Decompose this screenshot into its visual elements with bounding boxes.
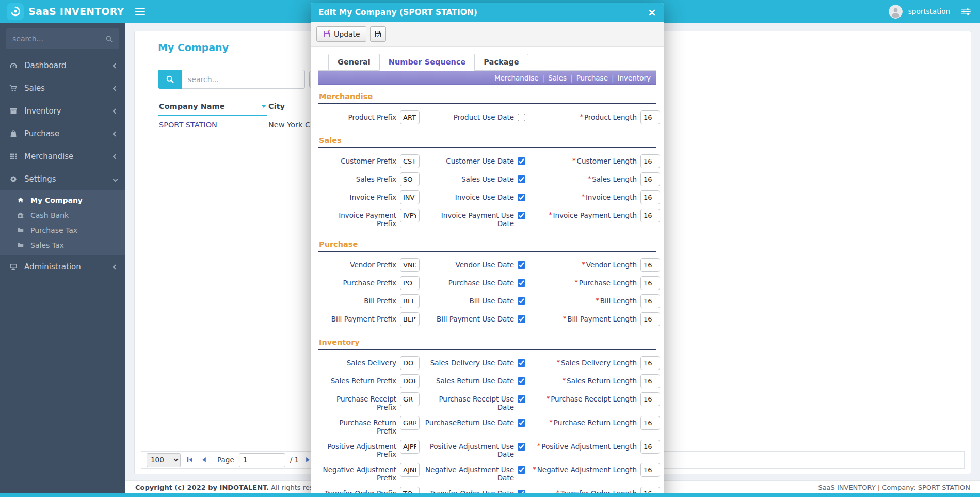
input-sales-delivery[interactable] [400,356,420,370]
search-icon[interactable] [105,35,113,43]
sidebar-toggle-hamburger-icon[interactable] [135,6,145,17]
input-purchase-length[interactable] [640,276,660,290]
sidebar-item-administration[interactable]: Administration [0,255,125,278]
input-product-length[interactable] [640,110,660,124]
sidebar-item-inventory[interactable]: Inventory [0,100,125,122]
label-positive-adjustment-prefix: Positive Adjustment Prefix [318,440,396,459]
first-page-button[interactable] [185,456,195,463]
quicknav-inventory[interactable]: Inventory [618,74,651,82]
input-vendor-prefix[interactable] [400,258,420,272]
label-sales-delivery: Sales Delivery [318,356,396,367]
sidebar-subitem-sales-tax[interactable]: Sales Tax [0,237,125,252]
modal-toolbar: Update [311,22,664,47]
tab-number-sequence[interactable]: Number Sequence [379,54,475,71]
input-sales-prefix[interactable] [400,172,420,186]
checkbox-bill-use-date[interactable] [518,297,525,305]
tab-package[interactable]: Package [474,54,528,71]
input-bill-payment-prefix[interactable] [400,312,420,326]
checkbox-invoice-use-date[interactable] [518,194,525,201]
input-invoice-prefix[interactable] [400,190,420,204]
input-positive-adjustment-length[interactable] [640,440,660,454]
checkbox-negative-adjustment-use-date[interactable] [518,466,525,474]
input-invoice-payment-length[interactable] [640,209,660,222]
input-sales-length[interactable] [640,172,660,186]
label-product-length: *Product Length [531,110,637,122]
close-icon[interactable] [648,9,656,17]
checkbox-bill-payment-use-date[interactable] [518,315,525,323]
checkbox-purchasereturn-use-date[interactable] [518,419,525,427]
input-sales-return-length[interactable] [640,374,660,388]
input-product-prefix[interactable] [400,110,420,124]
checkbox-invoice-payment-use-date[interactable] [518,212,525,219]
input-sales-delivery-length[interactable] [640,356,660,370]
input-invoice-length[interactable] [640,190,660,204]
checkbox-sales-use-date[interactable] [518,175,525,183]
checkbox-purchase-receipt-use-date[interactable] [518,395,525,403]
checkbox-sales-delivery-use-date[interactable] [518,359,525,367]
input-negative-adjustment-prefix[interactable] [400,463,420,477]
sidebar: Dashboard Sales Inventory Purchase Merch… [0,23,125,493]
user-avatar[interactable] [889,5,903,19]
company-name-link[interactable]: SPORT STATION [158,116,267,134]
checkbox-vendor-use-date[interactable] [518,261,525,269]
label-invoice-use-date: Invoice Use Date [423,190,514,202]
brand[interactable]: SaaS INVENTORY [0,0,125,23]
sidebar-item-settings[interactable]: Settings [0,168,125,190]
previous-page-button[interactable] [199,456,208,463]
sidebar-item-merchandise[interactable]: Merchandise [0,145,125,168]
sidebar-subitem-cash-bank[interactable]: Cash Bank [0,207,125,222]
section-title-purchase: Purchase [318,232,656,252]
checkbox-sales-return-use-date[interactable] [518,377,525,385]
table-search-input[interactable] [182,70,305,89]
checkbox-positive-adjustment-use-date[interactable] [518,443,525,451]
quicknav-purchase[interactable]: Purchase [576,74,608,82]
sidebar-item-purchase[interactable]: Purchase [0,122,125,145]
input-bill-payment-length[interactable] [640,312,660,326]
input-bill-prefix[interactable] [400,294,420,308]
update-button[interactable]: Update [316,26,366,42]
save-button[interactable] [370,26,386,42]
required-asterisk: * [563,376,566,384]
label-sales-return-prefix: Sales Return Prefix [318,374,396,386]
input-sales-return-prefix[interactable] [400,374,420,388]
input-vendor-length[interactable] [640,258,660,272]
sidebar-item-sales[interactable]: Sales [0,77,125,100]
form-row-bill-payment-prefix: Bill Payment Prefix Bill Payment Use Dat… [318,312,656,326]
required-asterisk: * [533,465,536,473]
sidebar-subitem-my-company[interactable]: My Company [0,193,125,207]
settings-sliders-icon[interactable] [961,8,971,15]
input-invoice-payment-prefix[interactable] [400,209,420,222]
quicknav-sales[interactable]: Sales [548,74,567,82]
input-purchase-return-prefix[interactable] [400,416,420,430]
label-invoice-length: *Invoice Length [531,190,637,202]
label-positive-adjustment-length: *Positive Adjustment Length [531,440,637,451]
input-negative-adjustment-length[interactable] [640,463,660,477]
input-purchase-receipt-length[interactable] [640,392,660,406]
page-number-input[interactable] [239,453,285,467]
tab-general[interactable]: General [328,54,380,71]
sidebar-subitem-purchase-tax[interactable]: Purchase Tax [0,222,125,237]
table-search-button[interactable] [158,70,182,89]
column-header-company-name[interactable]: Company Name [158,98,267,116]
input-customer-prefix[interactable] [400,154,420,168]
quicknav-merchandise[interactable]: Merchandise [494,74,539,82]
checkbox-customer-use-date[interactable] [518,157,525,165]
page-size-select[interactable]: 100 [147,453,181,467]
checkbox-purchase-use-date[interactable] [518,279,525,287]
checkbox-product-use-date[interactable] [518,114,525,121]
input-purchase-return-length[interactable] [640,416,660,430]
sidebar-item-dashboard[interactable]: Dashboard [0,54,125,77]
input-purchase-receipt-prefix[interactable] [400,392,420,406]
form-row-customer-prefix: Customer Prefix Customer Use Date *Custo… [318,154,656,168]
input-customer-length[interactable] [640,154,660,168]
bottom-scroll-strip[interactable] [0,493,980,497]
sidebar-search-input[interactable] [12,35,105,43]
username[interactable]: sportstation [908,7,950,15]
label-invoice-prefix: Invoice Prefix [318,190,396,202]
input-purchase-prefix[interactable] [400,276,420,290]
input-positive-adjustment-prefix[interactable] [400,440,420,454]
label-invoice-payment-length: *Invoice Payment Length [531,209,637,220]
form-row-product-prefix: Product Prefix Product Use Date *Product… [318,110,656,124]
label-bill-length: *Bill Length [531,294,637,306]
input-bill-length[interactable] [640,294,660,308]
